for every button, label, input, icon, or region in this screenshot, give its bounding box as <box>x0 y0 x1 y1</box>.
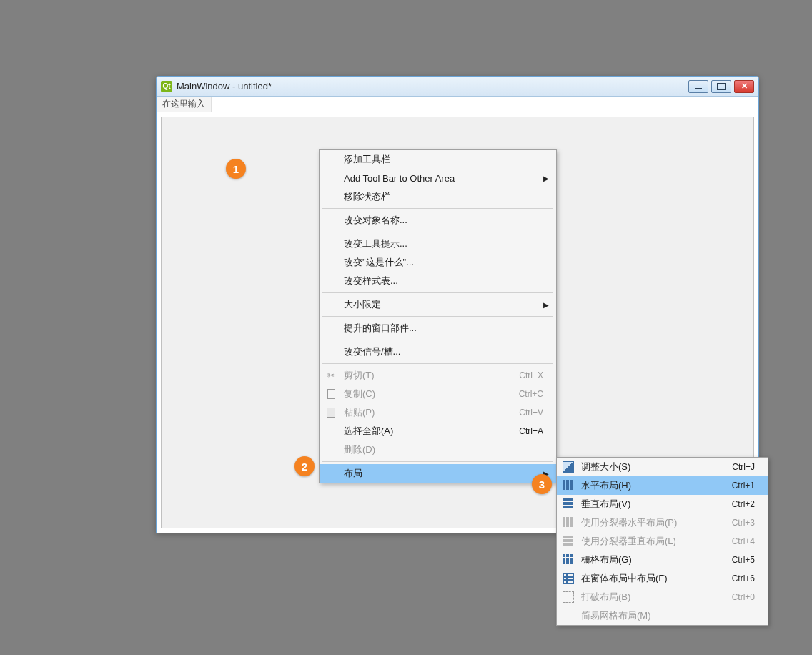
paste-icon <box>325 407 337 418</box>
shortcut: Ctrl+6 <box>732 573 755 583</box>
sub-label: 调整大小(S) <box>581 461 630 473</box>
context-menu: 添加工具栏 Add Tool Bar to Other Area▶ 移除状态栏 … <box>319 149 557 483</box>
ctx-add-toolbar-other[interactable]: Add Tool Bar to Other Area▶ <box>320 169 556 187</box>
menubar[interactable]: 在这里输入 <box>157 97 758 112</box>
submenu-arrow-icon: ▶ <box>543 174 549 182</box>
ctx-delete: 删除(D) <box>320 440 556 459</box>
ctx-change-whatsthis[interactable]: 改变"这是什么"... <box>320 253 556 272</box>
shortcut: Ctrl+2 <box>732 499 755 509</box>
ctx-label: 移除状态栏 <box>344 190 390 203</box>
titlebar[interactable]: Qt MainWindow - untitled* <box>157 77 758 97</box>
callout-2: 2 <box>294 456 315 476</box>
ctx-layout[interactable]: 布局▶ <box>320 464 556 483</box>
ctx-copy: 复制(C)Ctrl+C <box>320 385 556 403</box>
shortcut: Ctrl+V <box>519 408 543 418</box>
copy-icon <box>325 388 337 400</box>
sub-label: 简易网格布局(M) <box>581 609 651 622</box>
ctx-label: 复制(C) <box>344 388 375 400</box>
ctx-label: 添加工具栏 <box>344 153 390 166</box>
ctx-label: 选择全部(A) <box>344 425 393 438</box>
ctx-promoted-widgets[interactable]: 提升的窗口部件... <box>320 319 556 338</box>
hsplitter-icon <box>563 517 574 528</box>
ctx-label: 布局 <box>344 467 362 480</box>
separator <box>322 461 553 462</box>
shortcut: Ctrl+A <box>519 426 543 436</box>
ctx-size-constraints[interactable]: 大小限定▶ <box>320 295 556 314</box>
ctx-label: 改变对象名称... <box>344 214 407 227</box>
separator <box>322 292 553 293</box>
qt-icon: Qt <box>161 81 172 92</box>
sub-adjust-size[interactable]: 调整大小(S)Ctrl+J <box>557 458 768 476</box>
ctx-label: 提升的窗口部件... <box>344 322 417 335</box>
shortcut: Ctrl+J <box>732 462 755 472</box>
sub-splitter-horizontal: 使用分裂器水平布局(P)Ctrl+3 <box>557 513 768 532</box>
callout-1: 1 <box>226 159 246 179</box>
ctx-add-toolbar[interactable]: 添加工具栏 <box>320 150 556 169</box>
sub-splitter-vertical: 使用分裂器垂直布局(L)Ctrl+4 <box>557 532 768 551</box>
vsplitter-icon <box>563 536 574 547</box>
menubar-placeholder[interactable]: 在这里输入 <box>157 97 212 112</box>
ctx-paste: 粘贴(P)Ctrl+V <box>320 403 556 422</box>
minimize-button[interactable] <box>688 80 708 93</box>
window-title: MainWindow - untitled* <box>177 81 684 92</box>
ctx-change-tooltip[interactable]: 改变工具提示... <box>320 235 556 253</box>
sub-grid-layout[interactable]: 栅格布局(G)Ctrl+5 <box>557 551 768 569</box>
sub-horizontal-layout[interactable]: 水平布局(H)Ctrl+1 <box>557 476 768 495</box>
shortcut: Ctrl+X <box>519 370 543 380</box>
submenu-arrow-icon: ▶ <box>543 301 549 309</box>
hbox-icon <box>563 480 574 491</box>
sub-label: 水平布局(H) <box>581 479 631 492</box>
ctx-change-signals-slots[interactable]: 改变信号/槽... <box>320 343 556 361</box>
sub-vertical-layout[interactable]: 垂直布局(V)Ctrl+2 <box>557 495 768 513</box>
shortcut: Ctrl+5 <box>732 555 755 565</box>
shortcut: Ctrl+C <box>519 389 543 399</box>
separator <box>322 363 553 364</box>
sub-label: 使用分裂器垂直布局(L) <box>581 535 676 548</box>
ctx-label: 删除(D) <box>344 443 375 456</box>
separator <box>322 316 553 317</box>
ctx-remove-statusbar[interactable]: 移除状态栏 <box>320 187 556 206</box>
separator <box>322 208 553 209</box>
ctx-select-all[interactable]: 选择全部(A)Ctrl+A <box>320 422 556 440</box>
sub-form-layout[interactable]: 在窗体布局中布局(F)Ctrl+6 <box>557 569 768 588</box>
form-icon <box>563 573 574 584</box>
separator <box>322 340 553 340</box>
ctx-change-object-name[interactable]: 改变对象名称... <box>320 211 556 230</box>
break-icon <box>563 591 574 603</box>
vbox-icon <box>563 498 574 510</box>
layout-submenu: 调整大小(S)Ctrl+J 水平布局(H)Ctrl+1 垂直布局(V)Ctrl+… <box>556 457 768 626</box>
ctx-label: 改变样式表... <box>344 275 398 287</box>
shortcut: Ctrl+4 <box>732 536 755 546</box>
ctx-label: 改变信号/槽... <box>344 345 400 358</box>
sub-label: 栅格布局(G) <box>581 553 632 566</box>
sub-break-layout: 打破布局(B)Ctrl+0 <box>557 588 768 606</box>
ctx-label: 剪切(T) <box>344 369 375 382</box>
ctx-change-stylesheet[interactable]: 改变样式表... <box>320 272 556 290</box>
ctx-label: 粘贴(P) <box>344 406 375 419</box>
maximize-button[interactable] <box>711 80 731 93</box>
ctx-label: 改变工具提示... <box>344 237 407 250</box>
close-button[interactable] <box>734 80 754 93</box>
separator <box>322 232 553 232</box>
callout-3: 3 <box>532 474 552 494</box>
ctx-label: Add Tool Bar to Other Area <box>344 173 455 184</box>
ctx-label: 改变"这是什么"... <box>344 256 414 269</box>
resize-icon <box>563 461 574 473</box>
sub-simplify-grid: 简易网格布局(M) <box>557 606 768 625</box>
ctx-cut: 剪切(T)Ctrl+X <box>320 366 556 385</box>
ctx-label: 大小限定 <box>344 298 381 311</box>
shortcut: Ctrl+1 <box>732 481 755 491</box>
sub-label: 打破布局(B) <box>581 591 630 604</box>
grid-icon <box>563 554 574 566</box>
sub-label: 在窗体布局中布局(F) <box>581 572 668 585</box>
shortcut: Ctrl+3 <box>732 518 755 528</box>
sub-label: 垂直布局(V) <box>581 498 630 511</box>
scissors-icon <box>325 370 337 381</box>
sub-label: 使用分裂器水平布局(P) <box>581 516 677 529</box>
shortcut: Ctrl+0 <box>732 592 755 602</box>
